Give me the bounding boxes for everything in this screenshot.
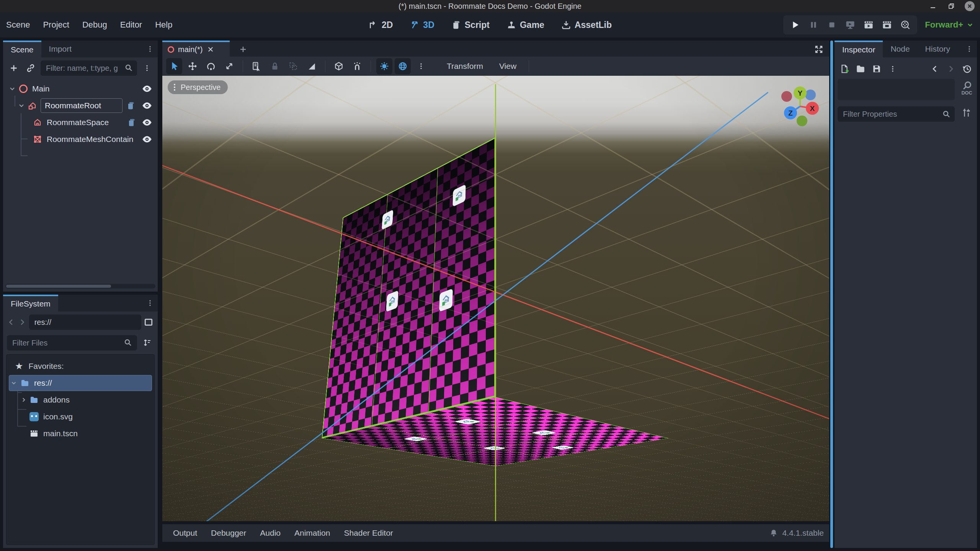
panel-audio[interactable]: Audio [255, 528, 286, 538]
fs-row-main-tscn[interactable]: main.tscn [7, 425, 154, 442]
remote-debug-icon[interactable] [843, 18, 858, 32]
gizmo-x-label[interactable]: X [810, 104, 815, 112]
mode-2d[interactable]: 2D [368, 20, 393, 30]
maximize-icon[interactable] [946, 1, 956, 11]
tab-history[interactable]: History [918, 41, 958, 57]
perspective-menu[interactable]: Perspective [168, 80, 228, 94]
preview-sunlight-icon[interactable] [376, 58, 392, 74]
load-resource-folder-icon[interactable] [854, 62, 867, 76]
viewport-3d[interactable]: RS RS RS RS RS RS RS RS RS [162, 76, 829, 521]
visibility-eye-icon[interactable] [142, 117, 152, 128]
menu-editor[interactable]: Editor [120, 20, 142, 30]
horizontal-scrollbar[interactable] [5, 284, 155, 289]
rotate-tool-icon[interactable] [203, 58, 219, 74]
doc-search-icon[interactable]: DOC [961, 80, 974, 97]
tab-filesystem[interactable]: FileSystem [3, 295, 58, 311]
dock-splitter[interactable] [830, 41, 833, 548]
viewport-options-icon[interactable] [413, 58, 429, 74]
play-scene-icon[interactable] [861, 18, 876, 32]
lock-icon[interactable] [267, 58, 283, 74]
favorites-row[interactable]: ★ Favorites: [7, 358, 154, 375]
mode-assetlib[interactable]: AssetLib [561, 20, 612, 30]
mode-script[interactable]: Script [451, 20, 490, 30]
panel-animation[interactable]: Animation [289, 528, 335, 538]
split-view-icon[interactable] [144, 315, 154, 329]
menu-project[interactable]: Project [43, 20, 69, 30]
panel-shader-editor[interactable]: Shader Editor [338, 528, 398, 538]
orientation-gizmo[interactable]: Y X Z [777, 82, 823, 128]
scene-filter-input[interactable] [41, 60, 137, 76]
play-icon[interactable] [788, 18, 802, 32]
mode-3d[interactable]: 3D [410, 20, 434, 30]
tree-row-roommate-space[interactable]: RoommateSpace [3, 114, 158, 131]
scene-tree-menu-icon[interactable] [140, 61, 154, 75]
menu-debug[interactable]: Debug [82, 20, 107, 30]
path-field[interactable] [29, 315, 141, 330]
dock-menu-icon[interactable] [146, 295, 158, 311]
mode-game[interactable]: Game [506, 20, 544, 30]
attached-script-icon[interactable] [127, 118, 136, 127]
history-forward-icon[interactable] [18, 315, 27, 329]
tab-inspector[interactable]: Inspector [835, 41, 883, 57]
dock-menu-icon[interactable] [146, 41, 158, 57]
tree-row-main[interactable]: Main [3, 80, 158, 97]
filter-properties-input[interactable] [838, 106, 955, 122]
instance-scene-link-icon[interactable] [24, 61, 38, 75]
visibility-eye-icon[interactable] [142, 134, 152, 145]
edit-history-icon[interactable] [960, 62, 974, 76]
edit-forward-icon[interactable] [944, 62, 958, 76]
select-tool-icon[interactable] [166, 58, 182, 74]
attached-script-icon[interactable] [126, 101, 136, 110]
scale-tool-icon[interactable] [221, 58, 237, 74]
history-back-icon[interactable] [7, 315, 16, 329]
expand-viewport-icon[interactable] [812, 42, 826, 57]
move-tool-icon[interactable] [185, 58, 201, 74]
expand-icon[interactable] [20, 396, 27, 403]
tree-row-roommate-mesh-container[interactable]: RoommateMeshContain [3, 131, 158, 148]
gizmo-z-label[interactable]: Z [788, 109, 793, 117]
preview-environment-icon[interactable] [395, 58, 411, 74]
new-scene-tab-icon[interactable] [236, 42, 250, 57]
property-tools-icon[interactable] [962, 108, 972, 119]
collapse-icon[interactable] [10, 380, 17, 386]
sort-icon[interactable] [140, 336, 154, 350]
panel-output[interactable]: Output [168, 528, 203, 538]
stop-icon[interactable] [825, 18, 839, 32]
list-select-icon[interactable] [248, 58, 265, 74]
resource-slot[interactable] [838, 79, 955, 100]
pause-icon[interactable] [806, 18, 821, 32]
ruler-icon[interactable] [304, 58, 320, 74]
add-node-icon[interactable] [7, 61, 21, 75]
dock-menu-icon[interactable] [965, 41, 977, 57]
collapse-icon[interactable] [18, 102, 25, 109]
visibility-eye-icon[interactable] [142, 83, 152, 94]
tab-node[interactable]: Node [883, 41, 917, 57]
minimize-icon[interactable] [928, 1, 938, 11]
tab-import[interactable]: Import [41, 41, 80, 57]
fs-row-res[interactable]: res:// [7, 375, 154, 391]
gizmo-y-label[interactable]: Y [798, 89, 803, 97]
snap-object-icon[interactable] [331, 58, 347, 74]
snap-magnet-icon[interactable] [349, 58, 365, 74]
close-tab-icon[interactable] [207, 46, 214, 53]
resource-options-icon[interactable] [886, 62, 900, 76]
panel-debugger[interactable]: Debugger [206, 528, 252, 538]
notification-bell-icon[interactable] [769, 528, 778, 538]
fs-row-addons[interactable]: addons [7, 391, 154, 408]
menu-scene[interactable]: Scene [6, 20, 30, 30]
new-resource-icon[interactable] [838, 62, 851, 76]
version-label[interactable]: 4.4.1.stable [782, 528, 824, 538]
edit-back-icon[interactable] [928, 62, 942, 76]
play-custom-scene-icon[interactable] [880, 18, 894, 32]
close-icon[interactable] [965, 1, 975, 11]
group-icon[interactable] [285, 58, 301, 74]
movie-maker-icon[interactable] [898, 18, 913, 32]
menu-help[interactable]: Help [155, 20, 172, 30]
renderer-selector[interactable]: Forward+ [925, 20, 974, 30]
tab-scene[interactable]: Scene [3, 41, 41, 57]
collapse-icon[interactable] [8, 85, 16, 93]
filter-files-input[interactable] [7, 335, 137, 350]
tree-row-roommate-root[interactable]: RoommateRoot [3, 97, 158, 114]
fs-row-icon-svg[interactable]: icon.svg [7, 408, 154, 425]
visibility-eye-icon[interactable] [142, 100, 152, 111]
